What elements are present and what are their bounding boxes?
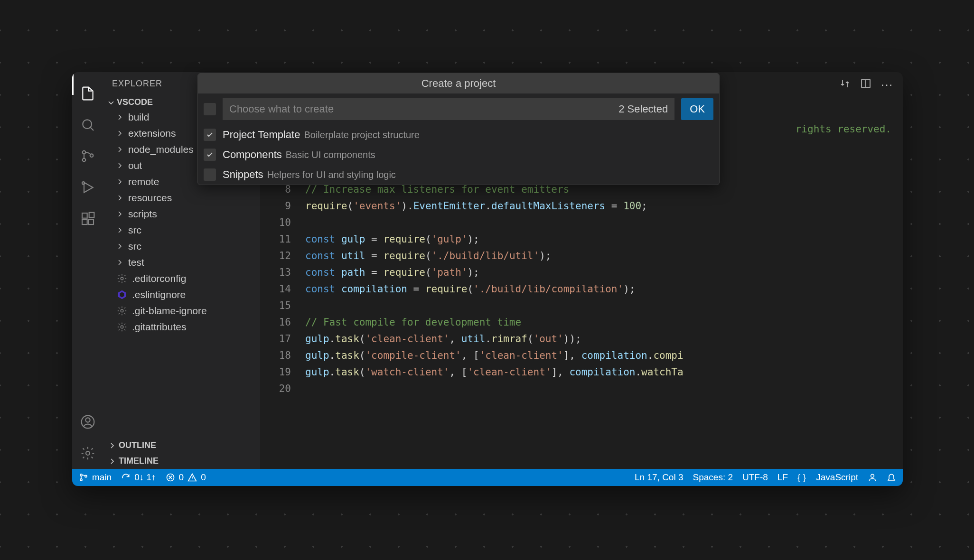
svg-point-17: [80, 479, 82, 481]
item-checkbox[interactable]: [204, 129, 216, 141]
tree-folder[interactable]: test: [103, 254, 260, 271]
chevron-right-icon: [116, 243, 123, 250]
tree-file[interactable]: .editorconfig: [103, 271, 260, 287]
tree-file[interactable]: .git-blame-ignore: [103, 303, 260, 319]
encoding[interactable]: UTF-8: [742, 472, 768, 483]
svg-rect-7: [88, 219, 94, 224]
notifications-icon[interactable]: [887, 473, 896, 482]
tree-folder[interactable]: scripts: [103, 206, 260, 222]
quickpick-item[interactable]: SnippetsHelpers for UI and styling logic: [198, 165, 719, 185]
search-icon[interactable]: [72, 109, 103, 140]
cursor-position[interactable]: Ln 17, Col 3: [635, 472, 683, 483]
quickpick-item[interactable]: Project TemplateBoilerplate project stru…: [198, 125, 719, 145]
svg-rect-8: [89, 213, 94, 218]
code-content: // Fast compile for development time: [305, 314, 903, 331]
line-number: 16: [260, 314, 305, 331]
gear-icon: [117, 322, 127, 332]
active-tab-indicator: [72, 72, 74, 95]
select-all-checkbox[interactable]: [204, 103, 216, 115]
item-label: Snippets: [223, 168, 263, 180]
code-content: gulp.task('watch-client', ['clean-client…: [305, 364, 903, 381]
quickpick-dialog: Create a project Choose what to create 2…: [197, 73, 720, 185]
svg-rect-6: [82, 219, 87, 224]
chevron-right-icon: [108, 457, 116, 465]
outline-section[interactable]: OUTLINE: [103, 438, 260, 453]
chevron-right-icon: [116, 130, 123, 137]
item-checkbox[interactable]: [204, 149, 216, 161]
timeline-section[interactable]: TIMELINE: [103, 453, 260, 469]
settings-gear-icon[interactable]: [72, 438, 103, 469]
errors-warnings[interactable]: 0 0: [166, 472, 206, 483]
chevron-right-icon: [116, 226, 123, 234]
item-label: Project Template: [223, 129, 300, 140]
run-debug-icon[interactable]: [72, 172, 103, 203]
code-content: const compilation = require('./build/lib…: [305, 281, 903, 298]
language-mode[interactable]: { } JavaScript: [797, 472, 858, 483]
svg-point-0: [83, 120, 92, 129]
sync-status[interactable]: 0↓ 1↑: [121, 472, 156, 483]
code-content: [305, 215, 903, 231]
code-content: const path = require('path');: [305, 264, 903, 281]
compare-changes-icon[interactable]: [839, 78, 851, 91]
svg-point-13: [121, 309, 123, 312]
quickpick-input[interactable]: Choose what to create 2 Selected: [223, 98, 674, 120]
eol[interactable]: LF: [777, 472, 788, 483]
svg-point-2: [83, 159, 86, 162]
line-number: 13: [260, 264, 305, 281]
code-content: require('events').EventEmitter.defaultMa…: [305, 198, 903, 215]
line-number: 19: [260, 364, 305, 381]
partial-comment: rights reserved.: [796, 123, 891, 135]
code-content: const util = require('./build/lib/util')…: [305, 248, 903, 264]
tree-file[interactable]: .eslintignore: [103, 287, 260, 303]
feedback-icon[interactable]: [868, 473, 877, 482]
line-number: 17: [260, 331, 305, 347]
tree-folder[interactable]: src: [103, 238, 260, 254]
svg-point-11: [86, 451, 90, 455]
account-icon[interactable]: [72, 406, 103, 438]
svg-point-20: [871, 474, 874, 477]
line-number: 9: [260, 198, 305, 215]
activity-bar: [72, 72, 103, 469]
item-label: Components: [223, 149, 282, 160]
extensions-icon[interactable]: [72, 203, 103, 234]
tree-file[interactable]: .gitattributes: [103, 319, 260, 335]
line-number: 14: [260, 281, 305, 298]
svg-point-12: [121, 277, 123, 280]
chevron-right-icon: [116, 162, 123, 169]
svg-rect-5: [82, 213, 87, 218]
svg-point-3: [90, 154, 94, 157]
item-description: Basic UI components: [286, 149, 375, 160]
chevron-right-icon: [116, 146, 123, 153]
git-branch[interactable]: main: [79, 472, 112, 483]
source-control-icon[interactable]: [72, 140, 103, 172]
tree-folder[interactable]: resources: [103, 190, 260, 206]
quickpick-item[interactable]: ComponentsBasic UI components: [198, 145, 719, 165]
explorer-icon[interactable]: [72, 78, 103, 109]
svg-point-10: [85, 418, 90, 422]
tree-folder[interactable]: src: [103, 222, 260, 238]
svg-point-4: [82, 182, 84, 184]
line-number: 15: [260, 298, 305, 314]
line-number: 11: [260, 231, 305, 248]
chevron-right-icon: [116, 259, 123, 266]
indentation[interactable]: Spaces: 2: [693, 472, 733, 483]
quickpick-title: Create a project: [198, 74, 719, 93]
chevron-right-icon: [116, 194, 123, 202]
chevron-right-icon: [116, 113, 123, 121]
svg-point-14: [121, 326, 123, 328]
eslint-icon: [117, 289, 127, 300]
chevron-down-icon: [107, 99, 115, 106]
split-editor-icon[interactable]: [860, 78, 871, 91]
code-content: [305, 381, 903, 397]
gear-icon: [117, 306, 127, 316]
more-actions-icon[interactable]: ···: [881, 78, 893, 91]
code-content: gulp.task('clean-client', util.rimraf('o…: [305, 331, 903, 347]
tree-files: .editorconfig.eslintignore.git-blame-ign…: [103, 271, 260, 335]
code-content: [305, 298, 903, 314]
item-description: Boilerplate project structure: [304, 130, 419, 140]
code-content: gulp.task('compile-client', ['clean-clie…: [305, 347, 903, 364]
item-checkbox[interactable]: [204, 168, 216, 181]
svg-point-16: [80, 474, 82, 476]
ok-button[interactable]: OK: [681, 98, 713, 120]
chevron-right-icon: [108, 442, 116, 449]
